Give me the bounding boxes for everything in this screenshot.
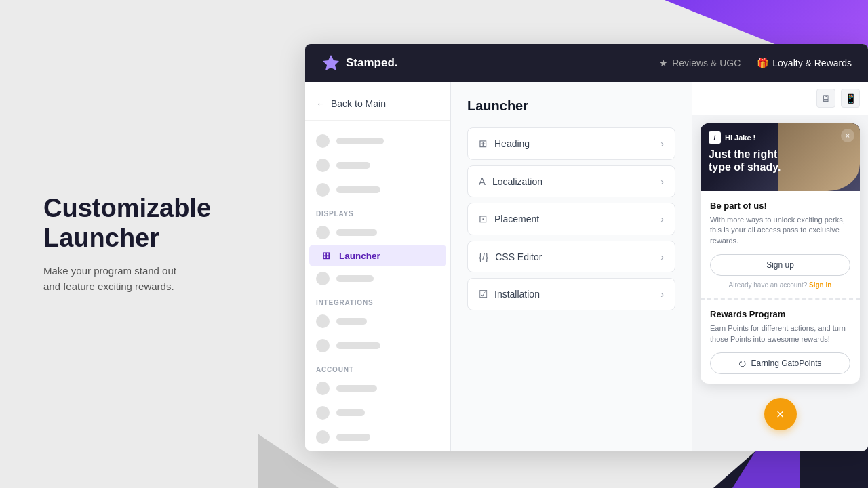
- nav-link-reviews[interactable]: ★ Reviews & UGC: [659, 58, 741, 68]
- menu-item-placement-label: Placement: [494, 214, 539, 224]
- nav-link-loyalty-label: Loyalty & Rewards: [772, 58, 852, 68]
- skeleton-circle: [316, 430, 330, 444]
- popup-signin-text: Already have an account?: [729, 281, 808, 289]
- menu-item-css-left: {/} CSS Editor: [479, 251, 542, 262]
- nav-link-loyalty[interactable]: 🎁 Loyalty & Rewards: [757, 58, 852, 68]
- sidebar-account-skeleton-2: [305, 401, 450, 425]
- menu-item-installation[interactable]: ☑ Installation ›: [467, 278, 675, 310]
- popup-card: / Hi Jake ! Just the right type of shady…: [701, 123, 860, 384]
- nav-links: ★ Reviews & UGC 🎁 Loyalty & Rewards: [659, 58, 852, 68]
- menu-item-localization-label: Localization: [492, 176, 542, 187]
- preview-content: / Hi Jake ! Just the right type of shady…: [692, 115, 868, 451]
- menu-item-placement[interactable]: ⊡ Placement ›: [467, 203, 675, 235]
- sidebar-skeleton-2: [305, 153, 450, 178]
- popup-signin: Already have an account? Sign In: [710, 281, 850, 289]
- back-arrow-icon: ←: [316, 98, 326, 109]
- app-window: Stamped. ★ Reviews & UGC 🎁 Loyalty & Rew…: [305, 44, 868, 451]
- sidebar-integrations-skeleton-2: [305, 333, 450, 358]
- signin-link[interactable]: Sign In: [809, 281, 831, 289]
- skeleton-bar: [336, 318, 367, 325]
- chevron-right-icon: ›: [660, 214, 664, 224]
- star-icon: ★: [659, 58, 668, 68]
- earning-label: Earning GatoPoints: [751, 359, 821, 368]
- popup-body-heading: Be part of us!: [710, 201, 850, 211]
- skeleton-bar: [336, 186, 380, 193]
- menu-item-heading[interactable]: ⊞ Heading ›: [467, 127, 675, 160]
- skeleton-circle: [316, 339, 330, 352]
- sidebar-skeleton-1: [305, 129, 450, 153]
- fab-close-icon: ×: [776, 407, 785, 422]
- preview-toolbar: 🖥 📱: [692, 82, 868, 115]
- svg-marker-0: [323, 55, 339, 70]
- skeleton-circle: [316, 406, 330, 420]
- menu-item-css-editor[interactable]: {/} CSS Editor ›: [467, 241, 675, 272]
- sidebar-skeleton-3: [305, 178, 450, 202]
- skeleton-circle: [316, 183, 330, 197]
- desktop-view-button[interactable]: 🖥: [816, 89, 835, 108]
- skeleton-bar: [336, 162, 370, 169]
- skeleton-circle: [316, 134, 330, 148]
- skeleton-bar: [336, 275, 374, 282]
- menu-item-heading-label: Heading: [494, 138, 530, 149]
- earning-button[interactable]: ⭮ Earning GatoPoints: [710, 352, 850, 374]
- earning-icon: ⭮: [738, 359, 747, 368]
- skeleton-bar: [336, 409, 365, 416]
- sidebar: ← Back to Main DISPLAYS: [305, 82, 451, 451]
- gift-icon: 🎁: [757, 58, 768, 68]
- css-editor-icon: {/}: [479, 251, 488, 262]
- popup-body: Be part of us! With more ways to unlock …: [701, 191, 860, 300]
- menu-item-installation-label: Installation: [494, 289, 540, 300]
- menu-item-css-label: CSS Editor: [495, 251, 542, 262]
- menu-item-heading-left: ⊞ Heading: [479, 138, 530, 150]
- logo-icon: [321, 54, 340, 73]
- section-label-displays: DISPLAYS: [305, 202, 450, 220]
- skeleton-circle: [316, 314, 330, 328]
- skeleton-circle: [316, 159, 330, 172]
- main-title: Launcher: [467, 98, 675, 114]
- sidebar-back-button[interactable]: ← Back to Main: [305, 93, 450, 121]
- menu-item-placement-left: ⊡ Placement: [479, 213, 539, 225]
- skeleton-circle: [316, 226, 330, 239]
- sidebar-displays-skeleton-2: [305, 266, 450, 291]
- sidebar-item-launcher[interactable]: ⊞ Launcher: [309, 245, 446, 266]
- mobile-view-button[interactable]: 📱: [841, 89, 860, 108]
- sidebar-account-skeleton-3: [305, 425, 450, 449]
- skeleton-bar: [336, 434, 370, 441]
- popup-header: / Hi Jake ! Just the right type of shady…: [701, 123, 860, 191]
- back-label: Back to Main: [331, 98, 386, 109]
- menu-list: ⊞ Heading › A Localization › ⊡ Placement: [467, 127, 675, 310]
- sidebar-account-skeleton-1: [305, 376, 450, 401]
- sidebar-integrations-skeleton-1: [305, 309, 450, 333]
- popup-rewards: Rewards Program Earn Points for differen…: [701, 300, 860, 384]
- logo: Stamped.: [321, 54, 398, 73]
- left-panel-heading: CustomizableLauncher: [43, 194, 260, 253]
- popup-header-content: / Hi Jake ! Just the right type of shady…: [701, 123, 860, 182]
- preview-panel: 🖥 📱 / Hi Jake ! Just the right: [692, 82, 868, 451]
- nav-link-reviews-label: Reviews & UGC: [672, 58, 741, 68]
- skeleton-circle: [316, 272, 330, 285]
- heading-icon: ⊞: [479, 138, 488, 150]
- popup-hi-text: Hi Jake !: [725, 134, 755, 142]
- main-content: Launcher ⊞ Heading › A Localization ›: [451, 82, 692, 451]
- menu-item-installation-left: ☑ Installation: [479, 288, 540, 300]
- chevron-right-icon: ›: [660, 138, 664, 149]
- chevron-right-icon: ›: [660, 176, 664, 187]
- popup-logo-icon: /: [709, 131, 721, 144]
- menu-item-localization[interactable]: A Localization ›: [467, 165, 675, 197]
- logo-text: Stamped.: [346, 56, 398, 70]
- popup-body-text: With more ways to unlock exciting perks,…: [710, 215, 850, 246]
- localization-icon: A: [479, 176, 486, 187]
- app-body: ← Back to Main DISPLAYS: [305, 82, 868, 451]
- fab-close-button[interactable]: ×: [764, 398, 797, 430]
- chevron-right-icon: ›: [660, 289, 664, 300]
- popup-close-button[interactable]: ×: [841, 129, 854, 142]
- signup-button[interactable]: Sign up: [710, 254, 850, 276]
- placement-icon: ⊡: [479, 213, 488, 225]
- popup-logo-row: / Hi Jake !: [709, 131, 852, 144]
- section-label-integrations: INTEGRATIONS: [305, 291, 450, 309]
- left-panel: CustomizableLauncher Make your program s…: [43, 194, 260, 294]
- popup-header-title: Just the right type of shady.: [709, 148, 790, 174]
- skeleton-bar: [336, 342, 380, 349]
- sidebar-displays-skeleton-1: [305, 220, 450, 245]
- left-panel-description: Make your program stand outand feature e…: [43, 264, 260, 294]
